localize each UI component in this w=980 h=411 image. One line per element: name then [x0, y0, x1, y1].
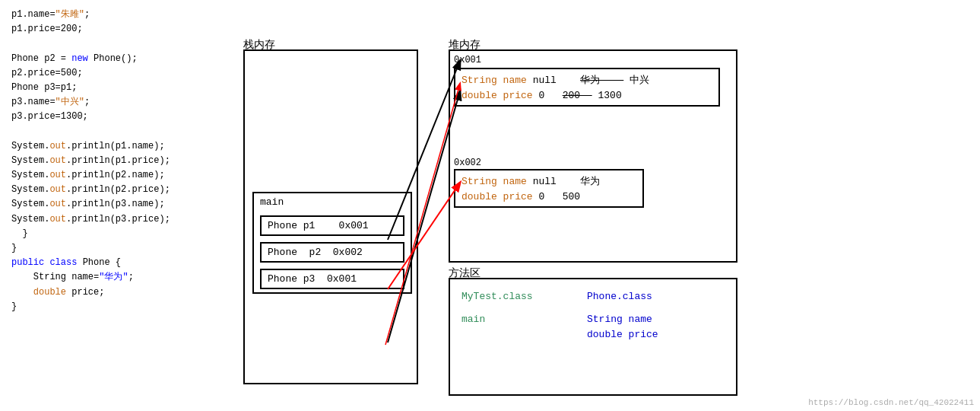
heap-obj1-field1: String name null 华为 中兴	[461, 73, 712, 87]
code-line: System.out.println(p2.name);	[11, 168, 224, 183]
mytest-label: MyTest.class	[461, 291, 533, 302]
heap-obj2-field1: String name null 华为	[461, 174, 636, 188]
var-p2-label: Phone p2 0x002	[268, 247, 363, 258]
var-p1-label: Phone p1 0x001	[268, 220, 369, 231]
method-class2-string: String name	[587, 314, 652, 325]
main-method-label: main	[461, 314, 485, 325]
code-line: System.out.println(p3.name);	[11, 197, 224, 212]
heap-obj1-field2: double price 0 200 1300	[461, 90, 712, 101]
main-label: main	[260, 196, 284, 208]
stack-var-p2: Phone p2 0x002	[260, 242, 404, 263]
code-line: p1.name="朱雎";	[11, 8, 224, 22]
method-class1-name: MyTest.class	[461, 291, 533, 302]
double-price-method-label: double price	[587, 329, 658, 340]
field4-label: double price	[461, 191, 533, 202]
code-line	[11, 37, 224, 51]
code-line: public class Phone {	[11, 256, 224, 270]
code-panel: p1.name="朱雎"; p1.price=200; Phone p2 = n…	[0, 0, 236, 411]
code-line: }	[11, 227, 224, 241]
field4-value: 500	[563, 191, 580, 202]
method-class2-double: double price	[587, 329, 658, 340]
code-line	[11, 125, 224, 139]
heap-obj1-addr: 0x001	[454, 55, 481, 65]
watermark: https://blog.csdn.net/qq_42022411	[808, 398, 974, 407]
heap-obj2: String name null 华为 double price 0 500	[454, 169, 644, 208]
stack-main-box: main Phone p1 0x001 Phone p2 0x002 Phone…	[252, 192, 412, 294]
heap-obj2-field2: double price 0 500	[461, 191, 636, 202]
stack-var-p3: Phone p3 0x001	[260, 269, 404, 289]
heap-obj1: String name null 华为 中兴 double price 0 20…	[454, 68, 720, 107]
field1-null: null	[533, 75, 575, 86]
field1-label: String name	[461, 75, 527, 86]
heap-obj2-addr: 0x002	[454, 158, 481, 168]
field4-zero: 0	[538, 191, 556, 202]
var-p3-label: Phone p3 0x001	[268, 273, 357, 285]
code-line: System.out.println(p1.price);	[11, 154, 224, 168]
field3-value: 华为	[580, 176, 600, 187]
code-line: System.out.println(p3.price);	[11, 212, 224, 227]
code-line: p2.price=500;	[11, 66, 224, 81]
code-line: Phone p2 = new Phone();	[11, 52, 224, 66]
code-line: }	[11, 300, 224, 314]
field2-label: double price	[461, 90, 533, 101]
method-class1-main: main	[461, 314, 485, 325]
field3-label: String name	[461, 176, 527, 187]
code-line: p3.name="中兴";	[11, 95, 224, 110]
method-class2-name: Phone.class	[587, 291, 652, 302]
code-line: System.out.println(p1.name);	[11, 139, 224, 154]
code-line: String name="华为";	[11, 270, 224, 285]
code-line: p3.price=1300;	[11, 110, 224, 124]
field2-value: 1300	[598, 90, 621, 101]
heap-area: 0x001 String name null 华为 中兴 double pric…	[449, 49, 737, 263]
field2-strikethrough: 200	[563, 90, 592, 101]
phone-class-label: Phone.class	[587, 291, 652, 302]
stack-area: main Phone p1 0x001 Phone p2 0x002 Phone…	[243, 49, 418, 384]
code-line: }	[11, 241, 224, 256]
string-name-method-label: String name	[587, 314, 652, 325]
method-area: MyTest.class main Phone.class String nam…	[449, 278, 737, 396]
code-line: Phone p3=p1;	[11, 81, 224, 95]
field3-null: null	[533, 176, 575, 187]
field1-strikethrough: 华为	[580, 75, 623, 86]
field1-value: 中兴	[630, 75, 649, 86]
code-line: double price;	[11, 285, 224, 300]
field2-zero: 0	[538, 90, 556, 101]
code-line: System.out.println(p2.price);	[11, 183, 224, 197]
code-line: p1.price=200;	[11, 22, 224, 37]
stack-var-p1: Phone p1 0x001	[260, 215, 404, 236]
